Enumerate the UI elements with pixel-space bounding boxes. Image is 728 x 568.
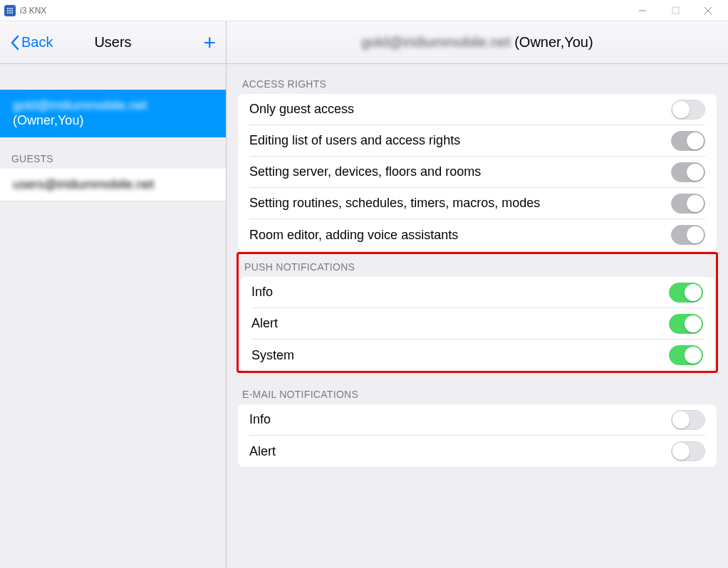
setting-label: Alert bbox=[251, 316, 278, 331]
app-icon bbox=[4, 5, 16, 16]
sidebar-item-role: (Owner,You) bbox=[13, 113, 83, 127]
setting-label: Setting server, devices, floors and room… bbox=[249, 164, 481, 179]
app-title: i3 KNX bbox=[20, 6, 46, 16]
toggle-push-system[interactable] bbox=[669, 345, 703, 365]
toggle-only-guest-access[interactable] bbox=[671, 100, 705, 120]
setting-row: Alert bbox=[251, 308, 703, 340]
setting-row: Info bbox=[251, 277, 703, 308]
svg-point-4 bbox=[9, 10, 11, 11]
sidebar-guests-header: GUESTS bbox=[0, 137, 226, 169]
section-access-rights: Only guest access Editing list of users … bbox=[238, 94, 717, 251]
setting-label: Setting routines, schedules, timers, mac… bbox=[249, 196, 540, 211]
toggle-email-alert[interactable] bbox=[671, 441, 705, 461]
setting-row: Info bbox=[249, 404, 705, 436]
detail-content: ACCESS RIGHTS Only guest access Editing … bbox=[227, 64, 728, 568]
setting-row: Setting routines, schedules, timers, mac… bbox=[249, 188, 705, 219]
back-label: Back bbox=[21, 34, 53, 51]
setting-row: Room editor, adding voice assistants bbox=[249, 219, 705, 251]
setting-row: Only guest access bbox=[249, 94, 705, 125]
svg-point-5 bbox=[11, 10, 13, 11]
back-button[interactable]: Back bbox=[10, 34, 53, 51]
add-user-button[interactable]: + bbox=[203, 32, 216, 53]
sidebar-item-guest[interactable]: users@iridiummobile.net bbox=[0, 169, 226, 201]
highlighted-section: PUSH NOTIFICATIONS Info Alert System bbox=[236, 252, 718, 373]
section-push: Info Alert System bbox=[240, 277, 714, 371]
toggle-editing-users[interactable] bbox=[671, 131, 705, 151]
detail-header-role: (Owner,You) bbox=[514, 34, 593, 51]
svg-point-1 bbox=[9, 8, 11, 9]
detail-header: gold@iridiummobile.net (Owner,You) bbox=[227, 21, 728, 63]
section-header-access-rights: ACCESS RIGHTS bbox=[238, 64, 717, 94]
setting-label: Alert bbox=[249, 444, 276, 459]
section-email: Info Alert bbox=[238, 404, 717, 467]
maximize-button[interactable] bbox=[665, 3, 685, 19]
toggle-push-info[interactable] bbox=[669, 283, 703, 303]
toggle-email-info[interactable] bbox=[671, 410, 705, 430]
detail-header-email: gold@iridiummobile.net bbox=[361, 34, 510, 51]
svg-point-7 bbox=[9, 12, 11, 14]
setting-row: System bbox=[251, 340, 703, 371]
setting-row: Alert bbox=[249, 436, 705, 467]
svg-point-2 bbox=[11, 8, 13, 9]
svg-point-3 bbox=[7, 10, 9, 11]
setting-row: Editing list of users and access rights bbox=[249, 125, 705, 157]
svg-point-6 bbox=[7, 12, 9, 14]
toggle-room-editor[interactable] bbox=[671, 225, 705, 245]
toggle-setting-routines[interactable] bbox=[671, 194, 705, 214]
titlebar: i3 KNX bbox=[0, 0, 728, 21]
svg-rect-10 bbox=[672, 7, 679, 14]
minimize-button[interactable] bbox=[633, 3, 652, 19]
sidebar-item-email: users@iridiummobile.net bbox=[13, 177, 154, 191]
sidebar: gold@iridiummobile.net (Owner,You) GUEST… bbox=[0, 64, 227, 568]
setting-label: System bbox=[251, 348, 294, 363]
section-header-push: PUSH NOTIFICATIONS bbox=[240, 254, 714, 277]
toggle-push-alert[interactable] bbox=[669, 314, 703, 334]
sidebar-item-owner[interactable]: gold@iridiummobile.net (Owner,You) bbox=[0, 90, 226, 137]
setting-label: Room editor, adding voice assistants bbox=[249, 228, 458, 243]
setting-label: Info bbox=[251, 285, 273, 300]
svg-point-0 bbox=[7, 8, 9, 9]
setting-row: Setting server, devices, floors and room… bbox=[249, 157, 705, 188]
close-button[interactable] bbox=[698, 3, 718, 19]
setting-label: Info bbox=[249, 412, 271, 427]
toggle-setting-server[interactable] bbox=[671, 162, 705, 182]
section-header-email: E-MAIL NOTIFICATIONS bbox=[238, 374, 717, 404]
sidebar-item-email: gold@iridiummobile.net bbox=[13, 98, 147, 112]
topnav: Back Users + gold@iridiummobile.net (Own… bbox=[0, 21, 728, 64]
setting-label: Editing list of users and access rights bbox=[249, 133, 460, 148]
chevron-left-icon bbox=[10, 35, 20, 51]
setting-label: Only guest access bbox=[249, 102, 354, 117]
svg-point-8 bbox=[11, 12, 13, 14]
